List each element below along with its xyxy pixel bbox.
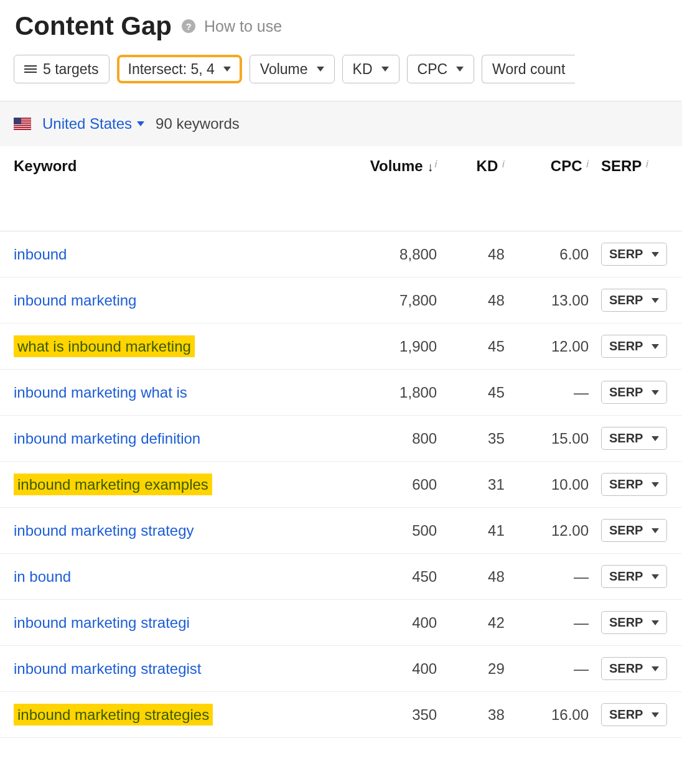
keyword-link[interactable]: inbound marketing definition <box>14 430 200 447</box>
sliders-icon <box>24 64 37 74</box>
cell-kd: 38 <box>443 692 511 738</box>
chevron-down-icon <box>652 666 659 671</box>
table-row: inbound marketing what is1,80045—SERP <box>0 370 682 416</box>
serp-button[interactable]: SERP <box>601 473 667 496</box>
serp-button[interactable]: SERP <box>601 335 667 358</box>
cell-volume: 1,900 <box>311 324 443 370</box>
serp-button-label: SERP <box>609 615 643 630</box>
chevron-down-icon <box>652 344 659 349</box>
serp-button[interactable]: SERP <box>601 381 667 404</box>
filter-intersect-label: Intersect: 5, 4 <box>128 61 215 78</box>
chevron-down-icon <box>652 528 659 533</box>
how-to-use-link[interactable]: How to use <box>204 17 282 35</box>
col-keyword-label: Keyword <box>14 157 77 174</box>
keyword-link[interactable]: in bound <box>14 568 71 585</box>
keyword-count: 90 keywords <box>156 115 240 133</box>
info-icon[interactable]: i <box>499 158 505 170</box>
cell-cpc: 12.00 <box>511 324 595 370</box>
cell-kd: 29 <box>443 646 511 692</box>
col-serp-label: SERP <box>601 157 642 174</box>
keyword-link[interactable]: inbound marketing strategy <box>14 522 194 539</box>
serp-button[interactable]: SERP <box>601 427 667 450</box>
keyword-link[interactable]: inbound marketing examples <box>14 474 212 495</box>
info-icon[interactable]: i <box>434 158 437 170</box>
chevron-down-icon <box>317 67 324 72</box>
cell-kd: 31 <box>443 462 511 508</box>
serp-button[interactable]: SERP <box>601 243 667 266</box>
table-row: inbound marketing strategies3503816.00SE… <box>0 692 682 738</box>
country-label: United States <box>42 115 132 133</box>
serp-button[interactable]: SERP <box>601 611 667 634</box>
country-selector[interactable]: United States <box>42 115 144 133</box>
cell-cpc: 16.00 <box>511 692 595 738</box>
keyword-link[interactable]: inbound marketing strategist <box>14 660 202 677</box>
help-icon[interactable]: ? <box>182 19 195 33</box>
cell-kd: 48 <box>443 554 511 600</box>
cell-kd: 45 <box>443 324 511 370</box>
info-icon[interactable]: i <box>584 158 589 170</box>
serp-button-label: SERP <box>609 707 643 722</box>
serp-button[interactable]: SERP <box>601 657 667 680</box>
filter-cpc[interactable]: CPC <box>407 55 475 83</box>
flag-us-icon <box>14 118 31 130</box>
serp-button[interactable]: SERP <box>601 565 667 588</box>
sort-desc-icon: ↓ <box>427 160 433 174</box>
keyword-link[interactable]: inbound marketing strategies <box>14 704 213 726</box>
cell-cpc: — <box>511 554 595 600</box>
chevron-down-icon <box>223 67 231 72</box>
filter-targets[interactable]: 5 targets <box>14 55 110 83</box>
chevron-down-icon <box>652 574 659 579</box>
cell-cpc: — <box>511 370 595 416</box>
chevron-down-icon <box>652 390 659 395</box>
col-volume-label: Volume <box>370 157 423 174</box>
filter-word-count-label: Word count <box>492 61 565 78</box>
cell-volume: 1,800 <box>311 370 443 416</box>
keyword-link[interactable]: inbound marketing <box>14 292 136 309</box>
cell-kd: 48 <box>443 231 511 278</box>
filter-word-count[interactable]: Word count <box>482 55 575 83</box>
serp-button-label: SERP <box>609 385 643 399</box>
chevron-down-icon <box>652 482 659 487</box>
filter-intersect[interactable]: Intersect: 5, 4 <box>117 55 242 83</box>
cell-kd: 42 <box>443 600 511 646</box>
keyword-link[interactable]: inbound marketing strategi <box>14 614 190 631</box>
keywords-table: Keyword Volume ↓i KD i CPC i SERP i inbo… <box>0 146 682 738</box>
keyword-link[interactable]: inbound marketing what is <box>14 384 187 401</box>
col-kd[interactable]: KD i <box>443 146 511 231</box>
col-volume[interactable]: Volume ↓i <box>311 146 443 231</box>
cell-cpc: — <box>511 600 595 646</box>
cell-volume: 600 <box>311 462 443 508</box>
table-row: inbound8,800486.00SERP <box>0 231 682 278</box>
filter-volume-label: Volume <box>260 61 308 78</box>
col-keyword[interactable]: Keyword <box>0 146 311 231</box>
cell-kd: 41 <box>443 508 511 554</box>
cell-cpc: — <box>511 646 595 692</box>
filter-volume[interactable]: Volume <box>250 55 335 83</box>
chevron-down-icon <box>652 620 659 625</box>
serp-button-label: SERP <box>609 523 643 538</box>
filter-kd[interactable]: KD <box>342 55 399 83</box>
table-row: inbound marketing strategist40029—SERP <box>0 646 682 692</box>
cell-kd: 35 <box>443 416 511 462</box>
chevron-down-icon <box>137 121 144 126</box>
cell-volume: 450 <box>311 554 443 600</box>
keyword-link[interactable]: what is inbound marketing <box>14 335 195 357</box>
table-row: inbound marketing strategy5004112.00SERP <box>0 508 682 554</box>
serp-button[interactable]: SERP <box>601 703 667 726</box>
info-icon[interactable]: i <box>643 158 648 170</box>
chevron-down-icon <box>381 67 389 72</box>
serp-button[interactable]: SERP <box>601 519 667 542</box>
keyword-link[interactable]: inbound <box>14 246 67 263</box>
col-cpc[interactable]: CPC i <box>511 146 595 231</box>
serp-button[interactable]: SERP <box>601 289 667 312</box>
serp-button-label: SERP <box>609 293 643 307</box>
cell-volume: 800 <box>311 416 443 462</box>
serp-button-label: SERP <box>609 661 643 676</box>
cell-cpc: 12.00 <box>511 508 595 554</box>
cell-volume: 7,800 <box>311 278 443 324</box>
cell-volume: 400 <box>311 600 443 646</box>
col-serp[interactable]: SERP i <box>595 146 682 231</box>
chevron-down-icon <box>652 436 659 441</box>
serp-button-label: SERP <box>609 569 643 584</box>
serp-button-label: SERP <box>609 247 643 261</box>
